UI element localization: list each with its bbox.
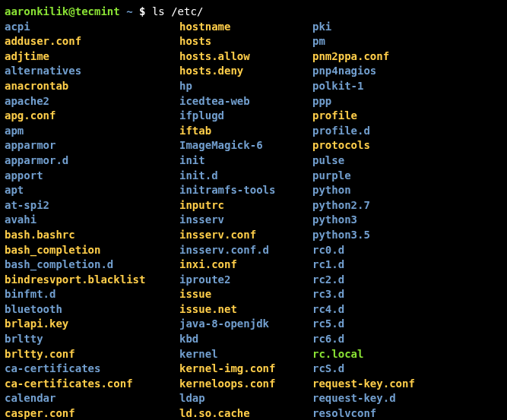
ls-entry: pulse	[312, 153, 502, 169]
ls-entry: iproute2	[179, 273, 312, 288]
ls-entry: ldap	[179, 391, 312, 406]
ls-entry: pnp4nagios	[312, 64, 502, 79]
ls-entry: request-key.conf	[312, 377, 502, 392]
ls-entry: bindresvport.blacklist	[5, 273, 179, 288]
ls-entry: apparmor.d	[5, 153, 179, 169]
ls-entry: iftab	[179, 124, 312, 139]
ls-entry: rc1.d	[312, 257, 502, 273]
ls-entry: calendar	[5, 391, 179, 406]
ls-entry: apparmor	[5, 138, 179, 153]
prompt-line[interactable]: aaronkilik@tecmint ~ $ ls /etc/	[5, 5, 502, 20]
ls-entry: ca-certificates.conf	[5, 377, 179, 392]
ls-entry: ifplugd	[179, 109, 312, 124]
ls-entry: ca-certificates	[5, 362, 179, 377]
ls-entry: request-key.d	[312, 391, 502, 406]
ls-entry: rc3.d	[312, 287, 502, 302]
ls-entry: bash_completion.d	[5, 257, 179, 273]
ls-entry: python3.5	[312, 228, 502, 243]
ls-entry: rc0.d	[312, 243, 502, 258]
ls-entry: rcS.d	[312, 362, 502, 377]
ls-entry: inputrc	[179, 198, 312, 213]
ls-entry: profile	[312, 109, 502, 124]
ls-entry: initramfs-tools	[179, 183, 312, 198]
ls-entry: brltty.conf	[5, 347, 179, 362]
ls-entry: apt	[5, 183, 179, 198]
ls-entry: kernel	[179, 347, 312, 362]
ls-entry: apport	[5, 169, 179, 184]
ls-entry: insserv	[179, 213, 312, 228]
ls-entry: resolvconf	[312, 406, 502, 420]
ls-entry: brltty	[5, 332, 179, 347]
ls-entry: rc4.d	[312, 302, 502, 317]
ls-entry: brlapi.key	[5, 317, 179, 332]
ls-entry: hosts.deny	[179, 64, 312, 79]
ls-entry: issue	[179, 287, 312, 302]
ls-entry: kerneloops.conf	[179, 377, 312, 392]
ls-entry: at-spi2	[5, 198, 179, 213]
ls-entry: anacrontab	[5, 79, 179, 94]
ls-entry: hosts	[179, 34, 312, 49]
ls-entry: avahi	[5, 213, 179, 228]
ls-entry: bash_completion	[5, 243, 179, 258]
ls-entry: hosts.allow	[179, 49, 312, 65]
ls-entry: issue.net	[179, 302, 312, 317]
ls-entry: ImageMagick-6	[179, 138, 312, 153]
ls-entry: bluetooth	[5, 302, 179, 317]
ls-entry: ppp	[312, 94, 502, 109]
ls-entry: pm	[312, 34, 502, 49]
ls-entry: init.d	[179, 169, 312, 184]
ls-entry: python	[312, 183, 502, 198]
ls-entry: acpi	[5, 20, 179, 35]
ls-entry: bash.bashrc	[5, 228, 179, 243]
ls-entry: icedtea-web	[179, 94, 312, 109]
ls-entry: init	[179, 153, 312, 169]
ls-entry: purple	[312, 169, 502, 184]
ls-output: acpihostnamepkiadduser.confhostspmadjtim…	[5, 20, 502, 420]
ls-entry: binfmt.d	[5, 287, 179, 302]
ls-entry: pki	[312, 20, 502, 35]
ls-entry: profile.d	[312, 124, 502, 139]
ls-entry: polkit-1	[312, 79, 502, 94]
ls-entry: ld.so.cache	[179, 406, 312, 420]
ls-entry: hp	[179, 79, 312, 94]
ls-entry: pnm2ppa.conf	[312, 49, 502, 65]
ls-entry: inxi.conf	[179, 257, 312, 273]
ls-entry: insserv.conf.d	[179, 243, 312, 258]
ls-entry: apm	[5, 124, 179, 139]
ls-entry: insserv.conf	[179, 228, 312, 243]
ls-entry: rc5.d	[312, 317, 502, 332]
prompt-cwd: ~	[126, 5, 139, 17]
prompt-user-host: aaronkilik@tecmint	[5, 5, 120, 17]
ls-entry: adjtime	[5, 49, 179, 65]
ls-entry: rc6.d	[312, 332, 502, 347]
ls-entry: alternatives	[5, 64, 179, 79]
ls-entry: rc2.d	[312, 273, 502, 288]
ls-entry: apache2	[5, 94, 179, 109]
ls-entry: kbd	[179, 332, 312, 347]
ls-entry: casper.conf	[5, 406, 179, 420]
ls-entry: python2.7	[312, 198, 502, 213]
command-input[interactable]: ls /etc/	[152, 5, 203, 17]
ls-entry: kernel-img.conf	[179, 362, 312, 377]
ls-entry: python3	[312, 213, 502, 228]
ls-entry: hostname	[179, 20, 312, 35]
ls-entry: protocols	[312, 138, 502, 153]
ls-entry: apg.conf	[5, 109, 179, 124]
ls-entry: java-8-openjdk	[179, 317, 312, 332]
prompt-dollar: $	[139, 5, 145, 17]
ls-entry: adduser.conf	[5, 34, 179, 49]
ls-entry: rc.local	[312, 347, 502, 362]
